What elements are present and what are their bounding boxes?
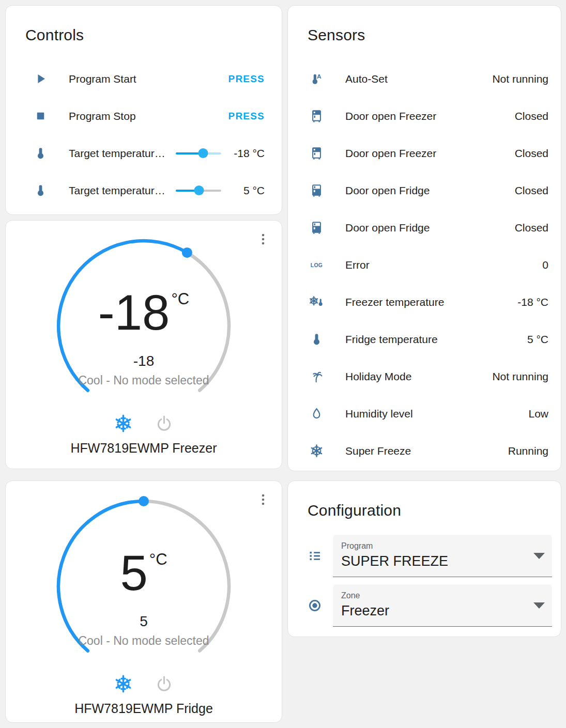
slider-knob[interactable]	[194, 185, 204, 195]
sensor-row[interactable]: LOG Error 0	[288, 246, 561, 284]
sensor-label: Fridge temperature	[345, 333, 527, 346]
sensor-row[interactable]: Door open Fridge Closed	[288, 209, 561, 246]
sensor-row[interactable]: Door open Freezer Closed	[288, 98, 561, 135]
sensor-value: -18 °C	[517, 296, 548, 308]
snowflake-icon[interactable]	[114, 414, 133, 433]
list-icon	[308, 549, 322, 563]
play-icon	[34, 72, 48, 86]
setpoint-temperature: 5°C	[53, 548, 234, 598]
snowflake-thermometer-icon	[310, 295, 324, 309]
select-field[interactable]: Zone Freezer	[333, 584, 552, 627]
thermometer-icon	[34, 146, 48, 161]
temperature-slider[interactable]	[176, 183, 221, 198]
card-title: Controls	[6, 6, 282, 44]
sensor-value: Closed	[515, 184, 548, 197]
select-value: Freezer	[341, 603, 527, 619]
sensor-row[interactable]: Door open Freezer Closed	[288, 135, 561, 172]
configuration-card: Configuration Program SUPER FREEZE Zone …	[287, 481, 561, 637]
fridge-fridge-icon	[310, 183, 324, 198]
dropdown-arrow-icon	[533, 602, 545, 609]
thermostat-dial[interactable]: -18°C -18 Cool - No mode selected	[53, 234, 234, 399]
sensor-value: Not running	[492, 73, 548, 85]
dropdown-arrow-icon	[533, 553, 545, 559]
config-row: Zone Freezer	[308, 584, 552, 627]
water-drop-icon	[310, 407, 324, 421]
sensor-label: Door open Freezer	[345, 110, 515, 122]
sensors-card: Sensors A Auto-Set Not running Door open…	[287, 5, 561, 471]
stop-icon	[34, 109, 48, 123]
thermostat-dial[interactable]: 5°C 5 Cool - No mode selected	[53, 494, 234, 660]
more-menu-icon[interactable]	[257, 232, 269, 246]
sensor-label: Super Freeze	[345, 445, 508, 457]
dashboard: Controls Program Start PRESS Program Sto…	[0, 0, 566, 728]
thermostat-name: HFW7819EWMP Fridge	[6, 701, 282, 716]
sensor-value: Closed	[515, 222, 548, 234]
hvac-mode-buttons	[6, 413, 282, 433]
card-title: Sensors	[288, 6, 561, 44]
dial-readout: -18°C -18 Cool - No mode selected	[53, 288, 234, 388]
power-icon[interactable]	[155, 674, 174, 693]
dial-handle[interactable]	[182, 247, 192, 258]
fridge-freezer-icon	[310, 146, 324, 161]
svg-text:LOG: LOG	[311, 261, 323, 269]
power-icon[interactable]	[155, 414, 174, 433]
config-row: Program SUPER FREEZE	[308, 535, 552, 577]
more-menu-icon[interactable]	[257, 492, 269, 507]
control-row[interactable]: Program Stop PRESS	[6, 98, 282, 135]
thermometer-icon	[310, 332, 324, 347]
sensor-row[interactable]: Super Freeze Running	[288, 432, 561, 470]
hvac-mode-text: Cool - No mode selected	[53, 634, 234, 648]
thermostat-name: HFW7819EWMP Freezer	[6, 441, 282, 456]
control-row[interactable]: Program Start PRESS	[6, 60, 282, 98]
sensor-value: Closed	[515, 147, 548, 160]
control-label: Program Start	[69, 73, 228, 85]
control-row[interactable]: Target temperatur… 5 °C	[6, 172, 282, 209]
sensor-row[interactable]: Holiday Mode Not running	[288, 358, 561, 395]
temperature-slider[interactable]	[176, 146, 221, 161]
select-field[interactable]: Program SUPER FREEZE	[333, 535, 552, 577]
svg-text:A: A	[317, 73, 322, 80]
press-button[interactable]: PRESS	[228, 111, 265, 122]
sensor-value: 5 °C	[527, 333, 548, 346]
select-label: Program	[341, 541, 527, 551]
sensor-value: Low	[528, 408, 548, 420]
sensor-label: Door open Freezer	[345, 147, 515, 160]
hvac-mode-buttons	[6, 673, 282, 694]
select-label: Zone	[341, 591, 527, 600]
control-label: Target temperatur…	[69, 184, 176, 197]
configuration-rows: Program SUPER FREEZE Zone Freezer	[288, 535, 561, 627]
press-button[interactable]: PRESS	[228, 73, 265, 85]
snowflake-icon	[310, 444, 324, 458]
palm-tree-icon	[310, 369, 324, 384]
control-value: -18 °C	[221, 147, 265, 160]
sensor-label: Holiday Mode	[345, 370, 492, 383]
sensor-value: Not running	[492, 370, 548, 383]
sensors-rows: A Auto-Set Not running Door open Freezer…	[288, 60, 561, 470]
dial-handle[interactable]	[139, 496, 149, 506]
sensor-row[interactable]: Freezer temperature -18 °C	[288, 284, 561, 321]
sensor-label: Humidity level	[345, 408, 528, 420]
sensor-value: Closed	[515, 110, 548, 122]
select-value: SUPER FREEZE	[341, 553, 527, 569]
thermostat-card: -18°C -18 Cool - No mode selected HFW781…	[5, 220, 282, 469]
fridge-freezer-icon	[310, 109, 324, 123]
sensor-row[interactable]: Door open Fridge Closed	[288, 172, 561, 209]
current-temperature: -18	[53, 353, 234, 369]
sensor-label: Door open Fridge	[345, 184, 515, 197]
control-value: 5 °C	[221, 184, 265, 197]
sensor-label: Error	[345, 259, 542, 271]
sensor-row[interactable]: Fridge temperature 5 °C	[288, 321, 561, 358]
sensor-row[interactable]: A Auto-Set Not running	[288, 60, 561, 98]
snowflake-icon[interactable]	[114, 674, 133, 693]
control-row[interactable]: Target temperatur… -18 °C	[6, 135, 282, 172]
setpoint-temperature: -18°C	[53, 288, 234, 337]
sensor-value: 0	[542, 259, 548, 271]
controls-card: Controls Program Start PRESS Program Sto…	[5, 5, 282, 215]
sensor-row[interactable]: Humidity level Low	[288, 395, 561, 432]
sensor-label: Door open Fridge	[345, 222, 515, 234]
hvac-mode-text: Cool - No mode selected	[53, 374, 234, 388]
sensor-value: Running	[508, 445, 548, 457]
dial-readout: 5°C 5 Cool - No mode selected	[53, 548, 234, 648]
slider-knob[interactable]	[198, 148, 208, 158]
card-title: Configuration	[288, 481, 561, 519]
